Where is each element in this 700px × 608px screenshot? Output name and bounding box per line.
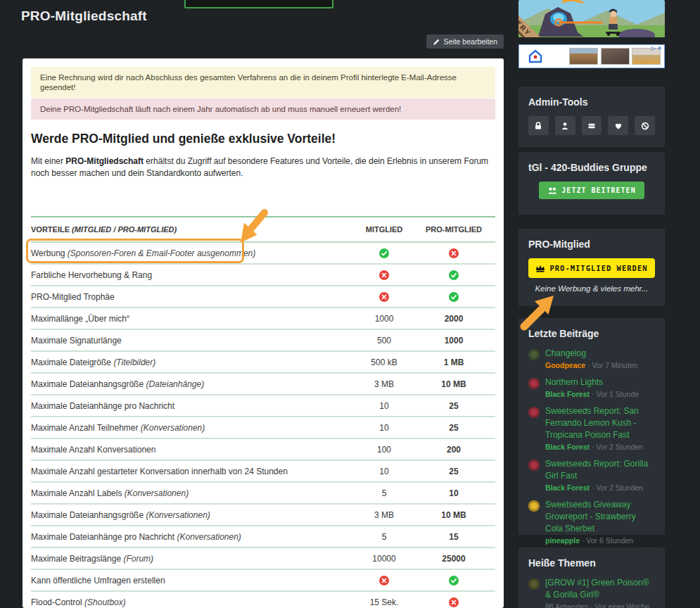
member-value — [345, 264, 423, 286]
join-group-button[interactable]: JETZT BEITRETEN — [539, 182, 644, 199]
list-icon — [587, 122, 596, 130]
benefit-row: Maximale Anzahl Teilnehmer (Konversation… — [31, 417, 495, 438]
post-author[interactable]: Black Forest — [545, 443, 590, 451]
admin-ban-button[interactable] — [635, 116, 655, 135]
post-avatar[interactable] — [528, 460, 540, 471]
expiry-warning-alert: Deine PRO-Mitgliedschaft läuft nach eine… — [31, 99, 495, 120]
admin-user-button[interactable] — [555, 116, 575, 135]
post-avatar[interactable] — [528, 349, 540, 360]
crown-icon — [535, 265, 545, 272]
benefit-label: Maximale Anzahl Teilnehmer (Konversation… — [31, 417, 345, 438]
header-pro-mitglied: PRO-MITGLIED — [423, 217, 485, 242]
benefit-row: Flood-Control (Shoutbox)15 Sek. — [31, 591, 495, 608]
ad-strip[interactable]: ▷ ✕ — [518, 44, 665, 68]
pro-member-value: 10 MB — [423, 373, 485, 395]
pro-member-value: 25 — [423, 460, 485, 482]
admin-lock-button[interactable] — [528, 116, 549, 135]
post-title[interactable]: Sweetseeds Giveaway Growreport - Strawbe… — [545, 499, 655, 535]
post-meta: Goodpeace · Vor 7 Minuten — [545, 361, 637, 369]
pro-member-value — [423, 264, 485, 286]
ad-thumbnail[interactable] — [569, 48, 598, 65]
admin-heart-button[interactable] — [608, 116, 628, 135]
post-time: · Vor 6 Stunden — [580, 536, 633, 545]
post-meta: Black Forest · Vor 2 Stunden — [545, 483, 655, 492]
member-value — [345, 242, 423, 264]
edit-page-button[interactable]: Seite bearbeiten — [426, 34, 504, 49]
post-title[interactable]: Sweetseeds Report: San Fernando Lemon Ku… — [545, 405, 655, 441]
pro-member-value — [423, 591, 485, 608]
pencil-icon — [433, 38, 440, 46]
invoice-info-alert: Eine Rechnung wird dir nach Abschluss de… — [31, 67, 495, 98]
benefit-row: Maximale Anzahl Labels (Konversationen)5… — [31, 482, 495, 504]
topic-meta: 88 Antworten · Vor einer Woche — [545, 602, 655, 608]
join-group-label: JETZT BEITRETEN — [561, 186, 635, 194]
post-author[interactable]: Goodpeace — [545, 361, 585, 369]
post-title[interactable]: Sweetseeds Report: Gorilla Girl Fast — [545, 458, 655, 482]
admin-list-button[interactable] — [582, 116, 602, 135]
benefit-label: Maximale Anzahl Labels (Konversationen) — [31, 482, 345, 504]
benefit-label: Farbliche Hervorhebung & Rang — [31, 264, 345, 286]
post-meta: Black Forest · Vor 1 Stunde — [545, 390, 639, 398]
lock-icon — [534, 122, 542, 130]
post-item: ChangelogGoodpeace · Vor 7 Minuten — [528, 348, 655, 369]
member-value — [345, 569, 423, 591]
post-title[interactable]: Northern Lights — [545, 376, 639, 388]
member-value: 3 MB — [345, 504, 423, 526]
group-card: tGl - 420-Buddies Gruppe JETZT BEITRETEN — [518, 152, 665, 215]
post-avatar[interactable] — [528, 500, 540, 512]
heart-icon — [614, 122, 623, 130]
house-logo-icon — [528, 49, 543, 64]
pro-member-value: 25000 — [423, 547, 485, 569]
latest-posts-card: Letzte Beiträge ChangelogGoodpeace · Vor… — [518, 318, 665, 535]
become-pro-button[interactable]: PRO-MITGLIED WERDEN — [528, 258, 654, 278]
benefit-label: Maximale Beitragslänge (Forum) — [31, 547, 345, 569]
post-item: Sweetseeds Report: Gorilla Girl FastBlac… — [528, 458, 655, 492]
post-item: Sweetseeds Report: San Fernando Lemon Ku… — [528, 405, 655, 451]
become-pro-label: PRO-MITGLIED WERDEN — [549, 264, 647, 272]
pro-member-value: 10 — [423, 482, 485, 504]
post-time: · Vor 2 Stunden — [590, 483, 643, 492]
post-author[interactable]: pineapple — [545, 536, 580, 545]
benefit-row: Maximale Dateigröße (Titelbilder)500 kB1… — [31, 351, 495, 373]
pro-member-value: 25 — [423, 417, 485, 438]
page-title: PRO-Mitgliedschaft — [21, 8, 147, 24]
pro-member-value: 1 MB — [423, 351, 485, 373]
benefit-label: Werbung (Sponsoren-Foren & Email-Footer … — [31, 242, 345, 264]
ad-thumbnail[interactable] — [601, 48, 630, 65]
ban-icon — [641, 122, 649, 130]
main-content-card: Eine Rechnung wird dir nach Abschluss de… — [23, 58, 504, 608]
post-avatar[interactable] — [528, 378, 540, 389]
pro-member-value — [423, 242, 485, 264]
benefit-label: Maximale Dateigröße (Titelbilder) — [31, 351, 345, 373]
benefit-label: Maximale Dateianhangsgröße (Konversation… — [31, 504, 345, 526]
admin-tools-title: Admin-Tools — [528, 96, 655, 108]
topic-title[interactable]: [GROW #1] Green Poison® & Gorilla Girl® — [545, 577, 655, 601]
post-avatar[interactable] — [528, 407, 540, 418]
benefit-label: Flood-Control (Shoutbox) — [31, 591, 345, 608]
adchoices-icon[interactable]: ▷ — [651, 45, 656, 51]
benefit-row: Maximale Dateianhangsgröße (Konversation… — [31, 504, 495, 526]
member-value: 10 — [345, 395, 423, 417]
check-icon — [379, 248, 389, 258]
check-icon — [449, 270, 459, 280]
post-title[interactable]: Changelog — [545, 348, 637, 360]
post-author[interactable]: Black Forest — [545, 390, 590, 398]
header-vorteile: VORTEILE (MITGLIED / PRO-MITGLIED) — [31, 217, 345, 242]
post-author[interactable]: Black Forest — [545, 483, 590, 492]
benefit-row: Werbung (Sponsoren-Foren & Email-Footer … — [31, 242, 495, 264]
member-value: 10 — [345, 460, 423, 482]
topic-avatar[interactable] — [528, 578, 540, 590]
pro-member-value: 25 — [423, 395, 485, 417]
ad-thumbnail[interactable] — [632, 48, 661, 65]
pro-member-value: 10 MB — [423, 504, 485, 526]
game-ad-banner[interactable]: TRY — [518, 0, 665, 37]
benefit-label: Maximallänge „Über mich“ — [31, 308, 345, 329]
cross-icon — [379, 292, 389, 302]
pro-member-value — [423, 569, 485, 591]
pro-member-value: 1000 — [423, 329, 485, 351]
post-time: · Vor 7 Minuten — [585, 361, 637, 369]
ad-close-icon[interactable]: ✕ — [657, 45, 662, 51]
pro-member-value — [423, 286, 485, 308]
benefit-label: Maximale Dateianhangsgröße (Dateianhänge… — [31, 373, 345, 395]
member-value: 10000 — [345, 547, 423, 569]
